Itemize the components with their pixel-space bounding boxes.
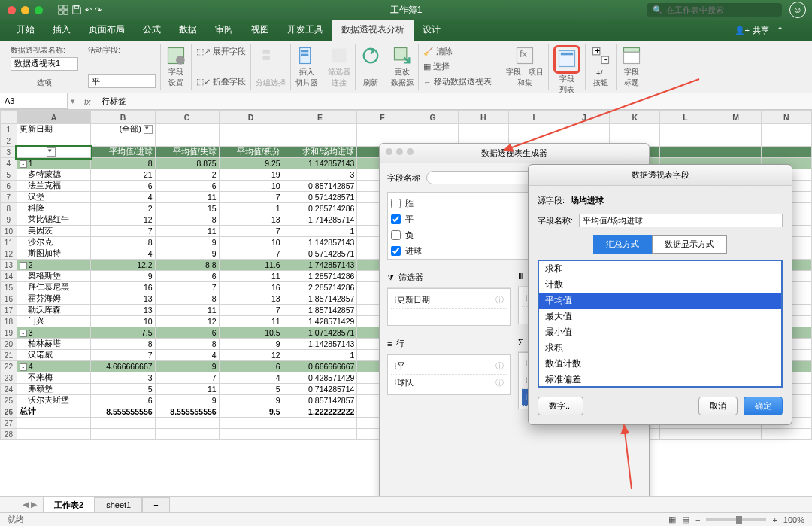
agg-option[interactable]: 求积 <box>539 340 781 356</box>
status-bar: 就绪 ▦ ▤ − + 100% <box>0 512 812 526</box>
change-ds-icon[interactable] <box>392 45 413 66</box>
add-sheet-button[interactable]: + <box>142 497 169 512</box>
group-icon <box>260 45 281 66</box>
titlebar: ↶↷ 工作簿1 🔍 ☺ <box>0 0 812 20</box>
sheet-nav-icon[interactable]: ◀ ▶ <box>23 500 37 509</box>
refresh-icon[interactable] <box>360 45 381 66</box>
tab-2[interactable]: 页面布局 <box>80 19 134 41</box>
field-settings-icon[interactable] <box>165 45 186 66</box>
feedback-icon[interactable]: ☺ <box>789 2 806 18</box>
slicer-icon[interactable] <box>296 45 317 66</box>
search-box[interactable]: 🔍 <box>647 3 782 17</box>
window-controls <box>0 6 43 14</box>
home-icon[interactable] <box>58 5 68 15</box>
search-icon: 🔍 <box>653 5 663 15</box>
columns-icon: Ⅲ <box>518 272 524 281</box>
expand-field-button[interactable]: ⬚↗展开字段 <box>196 45 246 58</box>
agg-option[interactable]: 标准偏差 <box>539 372 781 388</box>
svg-point-13 <box>364 49 378 63</box>
active-field-input[interactable] <box>88 74 156 88</box>
svg-rect-12 <box>332 49 347 63</box>
field-headers-icon[interactable] <box>621 45 642 66</box>
rows-drop[interactable]: ⁞ 平ⓘ⁞ 球队ⓘ <box>387 354 511 395</box>
ok-button[interactable]: 确定 <box>744 397 783 415</box>
tab-1[interactable]: 插入 <box>44 19 80 41</box>
name-box[interactable] <box>0 93 68 109</box>
agg-option[interactable]: 求和 <box>539 261 781 277</box>
svg-rect-2 <box>59 11 62 14</box>
rows-icon: ≡ <box>387 339 392 348</box>
panel-title: 数据透视表生成器 <box>380 144 649 163</box>
agg-option[interactable]: 数值计数 <box>539 356 781 372</box>
tab-5[interactable]: 审阅 <box>206 19 242 41</box>
view-normal-icon[interactable]: ▦ <box>668 515 676 524</box>
field-name-input[interactable] <box>579 214 783 227</box>
tab-3[interactable]: 公式 <box>134 19 170 41</box>
sheet-tab[interactable]: sheet1 <box>95 497 142 512</box>
drop-item[interactable]: ⁞ 更新日期ⓘ <box>391 292 507 309</box>
agg-option[interactable]: 最小值 <box>539 324 781 340</box>
seg-summary[interactable]: 汇总方式 <box>593 235 652 254</box>
zoom-in-icon[interactable]: + <box>772 515 777 524</box>
tab-8[interactable]: 数据透视表分析 <box>332 19 414 41</box>
dropdown-icon[interactable]: ▾ <box>68 96 78 106</box>
sheet-tabs: ◀ ▶ 工作表2sheet1+ <box>0 496 812 512</box>
pvt-name-input[interactable] <box>11 57 78 71</box>
tab-6[interactable]: 视图 <box>242 19 278 41</box>
document-title: 工作簿1 <box>390 4 423 17</box>
zoom-slider[interactable] <box>706 518 766 521</box>
svg-text:+: + <box>595 45 601 56</box>
tab-0[interactable]: 开始 <box>8 19 44 41</box>
svg-rect-1 <box>64 5 68 9</box>
svg-rect-23 <box>624 48 640 53</box>
fields-items-icon[interactable]: fx <box>514 45 535 66</box>
agg-option[interactable]: 最大值 <box>539 309 781 324</box>
cancel-button[interactable]: 取消 <box>698 397 738 415</box>
svg-rect-3 <box>64 11 68 14</box>
svg-rect-8 <box>263 56 270 60</box>
pm-buttons-icon[interactable]: +- <box>590 45 611 66</box>
drop-item[interactable]: ⁞ 平ⓘ <box>391 358 507 375</box>
options-button[interactable]: 选项 <box>37 78 52 88</box>
aggregation-list[interactable]: 求和计数平均值最大值最小值求积数值计数标准偏差 <box>538 260 783 388</box>
pivot-field-dialog: 数据透视表字段 源字段:场均进球 字段名称: 汇总方式 数据显示方式 求和计数平… <box>528 164 792 425</box>
minimize-icon[interactable] <box>21 6 29 14</box>
search-input[interactable] <box>666 5 776 14</box>
number-format-button[interactable]: 数字... <box>538 397 583 415</box>
panel-close-icon[interactable] <box>386 148 392 155</box>
agg-option[interactable]: 平均值 <box>539 293 781 309</box>
agg-option[interactable]: 计数 <box>539 277 781 293</box>
formula-value[interactable]: 行标签 <box>97 94 131 108</box>
select-button[interactable]: ▦选择 <box>423 60 450 73</box>
svg-rect-4 <box>74 6 78 9</box>
share-button[interactable]: 👤+ 共享 ⌃ <box>729 20 789 41</box>
tab-9[interactable]: 设计 <box>414 19 450 41</box>
svg-rect-11 <box>301 54 308 56</box>
field-name-label: 字段名称: <box>538 215 573 227</box>
svg-rect-10 <box>301 50 308 52</box>
segment-control[interactable]: 汇总方式 数据显示方式 <box>593 235 727 254</box>
move-pvt-button[interactable]: ↔移动数据透视表 <box>423 75 492 88</box>
sheet-tab[interactable]: 工作表2 <box>43 497 95 513</box>
clear-button[interactable]: 🧹清除 <box>423 45 453 58</box>
zoom-out-icon[interactable]: − <box>695 515 700 524</box>
save-icon[interactable] <box>71 5 82 15</box>
tab-7[interactable]: 开发工具 <box>278 19 332 41</box>
fx-icon[interactable]: fx <box>78 97 97 106</box>
source-field-value: 场均进球 <box>571 195 604 206</box>
field-name-label: 字段名称 <box>387 172 420 184</box>
rows-section: ≡行 <box>387 333 511 354</box>
collapse-field-button[interactable]: ⬚↙折叠字段 <box>196 75 246 88</box>
zoom-icon[interactable] <box>35 6 43 14</box>
zoom-value[interactable]: 100% <box>783 515 804 524</box>
filter-drop[interactable]: ⁞ 更新日期ⓘ <box>387 288 511 326</box>
drop-item[interactable]: ⁞ 球队ⓘ <box>391 375 507 391</box>
field-list-icon[interactable] <box>556 48 577 69</box>
svg-text:fx: fx <box>520 48 528 59</box>
ribbon: 数据透视表名称: 选项 活动字段: 字段 设置 ⬚↗展开字段 ⬚↙折叠字段 分组… <box>0 41 812 93</box>
seg-display[interactable]: 数据显示方式 <box>652 235 727 254</box>
sigma-icon: Σ <box>518 338 523 347</box>
tab-4[interactable]: 数据 <box>170 19 206 41</box>
close-icon[interactable] <box>8 6 16 14</box>
view-layout-icon[interactable]: ▤ <box>682 515 689 524</box>
